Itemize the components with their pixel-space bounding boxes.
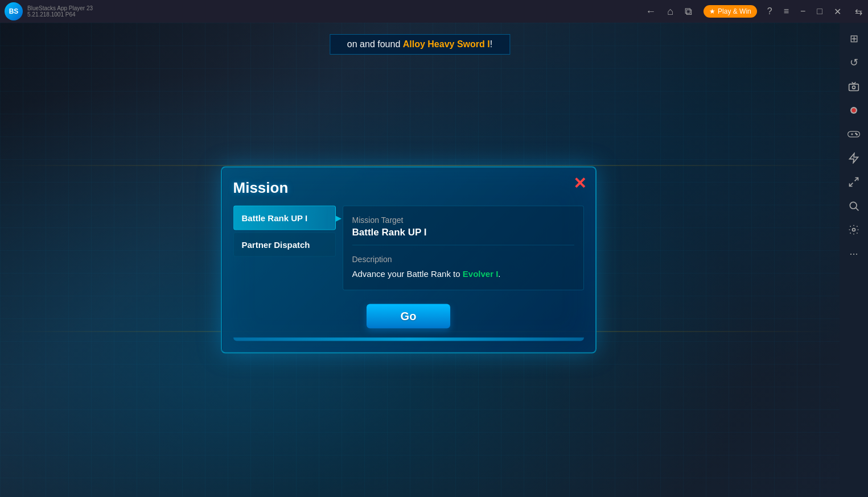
svg-marker-9 xyxy=(850,154,858,163)
refresh-icon[interactable]: ↺ xyxy=(844,52,864,73)
mission-content: Mission Target Battle Rank UP I Descript… xyxy=(343,206,584,291)
mission-description-text: Advance your Battle Rank to Evolver I. xyxy=(352,267,574,281)
svg-line-11 xyxy=(850,183,853,187)
close-button[interactable]: ✕ xyxy=(828,3,847,20)
macro-icon[interactable] xyxy=(844,148,864,168)
go-button[interactable]: Go xyxy=(367,304,451,329)
mission-body: Battle Rank UP I Partner Dispatch Missio… xyxy=(233,206,584,291)
mission-tabs: Battle Rank UP I Partner Dispatch xyxy=(233,206,336,291)
search-game-icon[interactable] xyxy=(844,196,864,216)
mission-description-label: Description xyxy=(352,255,574,264)
svg-point-14 xyxy=(853,229,855,231)
mission-target-value: Battle Rank UP I xyxy=(352,227,574,246)
svg-line-13 xyxy=(856,208,859,211)
playnwin-icon: ★ xyxy=(709,7,715,15)
mission-close-button[interactable]: ✕ xyxy=(573,176,586,192)
svg-rect-0 xyxy=(849,84,859,91)
minimize-button[interactable]: − xyxy=(795,3,811,20)
tab-partner-dispatch[interactable]: Partner Dispatch xyxy=(233,233,336,257)
record-icon[interactable] xyxy=(844,100,864,121)
settings-icon[interactable] xyxy=(844,219,864,240)
app-logo: BS xyxy=(5,2,23,20)
playnwin-button[interactable]: ★ Play & Win xyxy=(704,5,757,18)
help-button[interactable]: ? xyxy=(762,3,778,20)
tab-battle-rank-up[interactable]: Battle Rank UP I xyxy=(233,206,336,230)
notification-banner: on and found Alloy Heavy Sword I! xyxy=(330,34,510,55)
playnwin-label: Play & Win xyxy=(718,7,751,15)
dialog-bottom-bar xyxy=(233,338,584,341)
notification-item: Alloy Heavy Sword I xyxy=(403,39,490,49)
app-name: BlueStacks App Player 23 5.21.218.1001 P… xyxy=(27,5,634,18)
description-prefix: Advance your Battle Rank to xyxy=(352,269,463,279)
titlebar-nav: ← ⌂ ⧉ xyxy=(643,3,694,20)
titlebar: BS BlueStacks App Player 23 5.21.218.100… xyxy=(0,0,868,23)
description-suffix: . xyxy=(498,269,500,279)
svg-line-10 xyxy=(855,178,858,181)
more-options-icon[interactable]: ··· xyxy=(844,243,864,264)
right-sidebar: ⊞ ↺ ··· xyxy=(840,23,868,497)
mission-target-label: Mission Target xyxy=(352,216,574,225)
resize-icon[interactable] xyxy=(844,172,864,192)
titlebar-controls: ★ Play & Win ? ≡ − □ ✕ xyxy=(704,3,847,20)
svg-rect-4 xyxy=(848,131,860,137)
menu-button[interactable]: ≡ xyxy=(778,3,795,20)
description-highlight: Evolver I xyxy=(463,269,499,279)
gamepad-icon[interactable] xyxy=(844,124,864,144)
screenshot-icon[interactable] xyxy=(844,76,864,97)
back-button[interactable]: ← xyxy=(643,3,658,20)
svg-point-1 xyxy=(853,86,855,89)
notification-prefix: on and found xyxy=(347,39,403,49)
tabs-button[interactable]: ⧉ xyxy=(682,3,694,20)
mission-dialog: Mission ✕ Battle Rank UP I Partner Dispa… xyxy=(221,167,597,354)
go-button-container: Go xyxy=(233,304,584,329)
maximize-button[interactable]: □ xyxy=(811,3,828,20)
mission-dialog-title: Mission xyxy=(233,179,584,197)
svg-point-12 xyxy=(850,202,857,209)
svg-point-8 xyxy=(857,134,858,135)
notification-suffix: ! xyxy=(490,39,492,49)
svg-point-7 xyxy=(855,133,857,134)
game-background: on and found Alloy Heavy Sword I! Missio… xyxy=(0,23,840,497)
svg-point-3 xyxy=(851,108,856,113)
multi-instance-icon[interactable]: ⊞ xyxy=(844,28,864,49)
sidebar-expand-icon[interactable]: ⇆ xyxy=(849,3,868,20)
home-button[interactable]: ⌂ xyxy=(665,3,676,20)
